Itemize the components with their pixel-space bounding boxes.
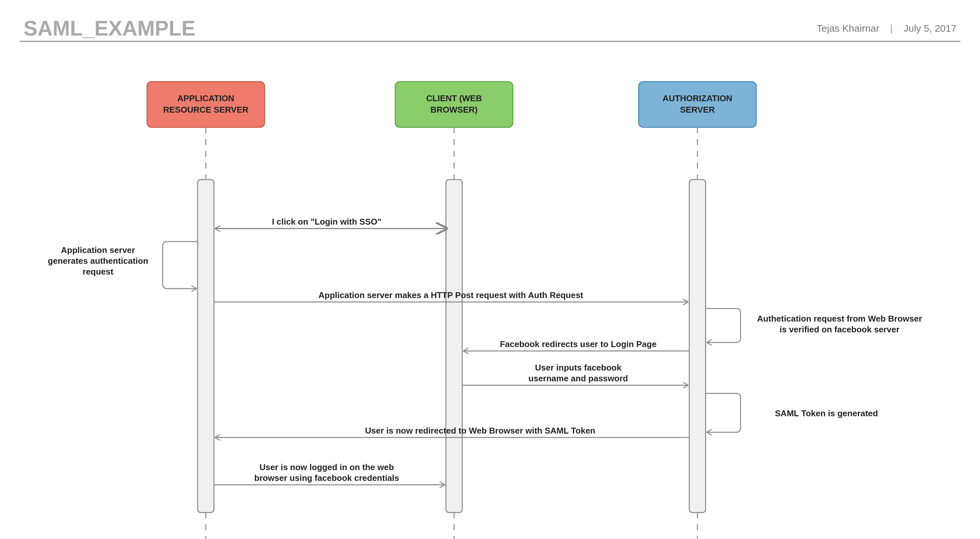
activation-client — [446, 179, 462, 512]
svg-text:SERVER: SERVER — [680, 105, 715, 114]
svg-text:is verified on facebook server: is verified on facebook server — [780, 325, 899, 334]
lane-app-resource-server: APPLICATION RESOURCE SERVER — [147, 82, 265, 127]
svg-text:User inputs facebook: User inputs facebook — [535, 363, 622, 373]
svg-text:username and password: username and password — [528, 374, 628, 383]
svg-text:Facebook redirects user to Log: Facebook redirects user to Login Page — [500, 339, 657, 349]
svg-text:RESOURCE SERVER: RESOURCE SERVER — [163, 105, 248, 114]
svg-text:SAML Token is generated: SAML Token is generated — [775, 408, 878, 418]
lane-client-browser: CLIENT (WEB BROWSER) — [395, 82, 513, 127]
self-message-auth-verify: Authetication request from Web Browser i… — [706, 309, 922, 346]
svg-text:AUTHORIZATION: AUTHORIZATION — [662, 94, 732, 103]
message-login-sso: I click on "Login with SSO" — [215, 217, 446, 231]
svg-text:I click on "Login with SSO": I click on "Login with SSO" — [272, 217, 381, 227]
svg-text:request: request — [83, 267, 113, 276]
message-user-inputs-credentials: User inputs facebook username and passwo… — [462, 363, 688, 388]
activation-auth — [689, 179, 706, 512]
svg-text:CLIENT (WEB: CLIENT (WEB — [426, 94, 482, 103]
svg-text:User is now logged in on the w: User is now logged in on the web — [259, 462, 394, 472]
svg-text:APPLICATION: APPLICATION — [177, 94, 234, 103]
svg-text:BROWSER): BROWSER) — [431, 105, 477, 114]
svg-text:Application server: Application server — [61, 245, 135, 255]
self-message-saml-token-generated: SAML Token is generated — [706, 393, 878, 435]
svg-text:browser using facebook credent: browser using facebook credentials — [254, 473, 399, 483]
message-logged-in: User is now logged in on the web browser… — [214, 462, 445, 488]
svg-text:User is now redirected to Web : User is now redirected to Web Browser wi… — [365, 426, 595, 436]
message-redirect-login-page: Facebook redirects user to Login Page — [463, 339, 689, 354]
lane-authorization-server: AUTHORIZATION SERVER — [639, 82, 756, 127]
sequence-diagram: APPLICATION RESOURCE SERVER CLIENT (WEB … — [0, 0, 980, 539]
svg-rect-3 — [395, 82, 513, 127]
activation-app — [197, 179, 214, 512]
svg-rect-6 — [639, 82, 756, 127]
svg-text:generates authentication: generates authentication — [48, 256, 148, 266]
svg-text:Application server makes a HTT: Application server makes a HTTP Post req… — [318, 290, 584, 300]
svg-text:Authetication request from Web: Authetication request from Web Browser — [757, 314, 922, 323]
self-message-app-generates-auth: Application server generates authenticat… — [48, 242, 197, 292]
svg-rect-0 — [147, 82, 265, 127]
diagram-canvas: SAML_EXAMPLE Tejas Khairnar | July 5, 20… — [0, 0, 980, 539]
